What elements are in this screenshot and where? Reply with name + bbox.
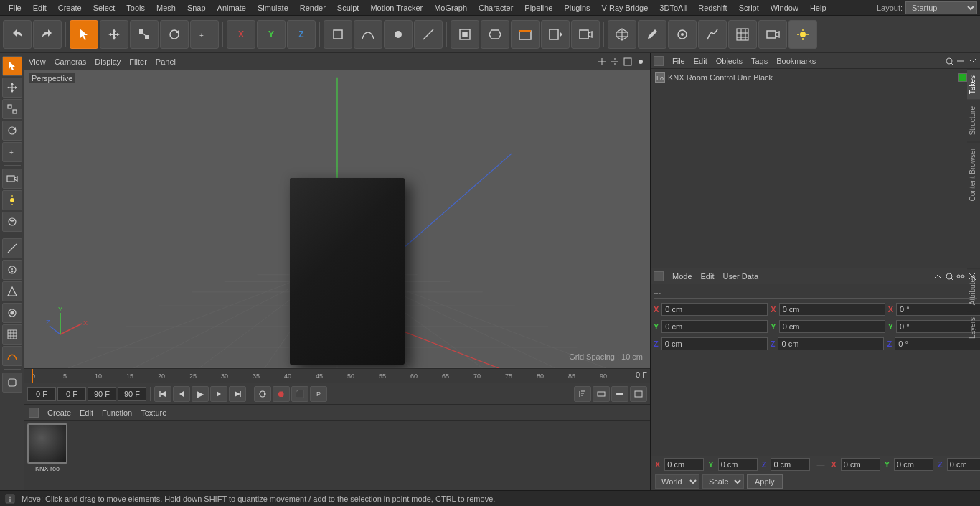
mat-menu-texture[interactable]: Texture <box>141 408 166 417</box>
menu-sculpt[interactable]: Sculpt <box>331 2 365 14</box>
render-region-button[interactable] <box>451 20 479 49</box>
attr-input-x2[interactable] <box>779 303 885 316</box>
vp-menu-view[interactable]: View <box>29 57 46 66</box>
sidebar-render[interactable] <box>2 303 22 323</box>
select-move-button[interactable] <box>70 20 98 49</box>
viewport[interactable]: View Cameras Display Filter Panel <box>24 53 650 368</box>
attr-menu-mode[interactable]: Mode <box>672 272 692 281</box>
current-frame-input[interactable] <box>57 387 86 401</box>
coord-x2-input[interactable] <box>841 458 880 471</box>
pb-record[interactable]: ⏺ <box>273 386 290 402</box>
pb-stop[interactable]: ⬛ <box>291 386 308 402</box>
grid-button[interactable] <box>728 20 757 49</box>
attr-input-x1[interactable] <box>661 303 768 316</box>
pb-preview[interactable]: P <box>310 386 327 402</box>
light-button[interactable] <box>788 20 817 49</box>
menu-character[interactable]: Character <box>473 2 519 14</box>
end-frame-input-2[interactable] <box>118 387 146 401</box>
point-button[interactable] <box>384 20 413 49</box>
menu-render[interactable]: Render <box>294 2 331 14</box>
menu-simulate[interactable]: Simulate <box>252 2 294 14</box>
mat-menu-create[interactable]: Create <box>47 408 71 417</box>
menu-help[interactable]: Help <box>804 2 832 14</box>
scale-button[interactable] <box>130 20 159 49</box>
attr-menu-edit[interactable]: Edit <box>701 272 715 281</box>
sidebar-material[interactable] <box>2 212 22 232</box>
start-frame-input[interactable] <box>27 387 56 401</box>
vp-menu-panel[interactable]: Panel <box>156 57 176 66</box>
pb-film-mode[interactable] <box>630 386 647 402</box>
redo-button[interactable] <box>33 20 62 49</box>
menu-snap[interactable]: Snap <box>182 2 212 14</box>
edge-button[interactable] <box>414 20 443 49</box>
pb-next-frame[interactable] <box>210 386 227 402</box>
apply-button[interactable]: Apply <box>747 474 783 489</box>
material-item[interactable]: KNX roo <box>27 423 67 472</box>
pb-timeline-mode[interactable] <box>593 386 610 402</box>
timeline-playhead[interactable] <box>32 369 33 383</box>
pen-button[interactable] <box>638 20 666 49</box>
attr-input-y1[interactable] <box>661 320 768 333</box>
om-menu-file[interactable]: File <box>672 57 685 65</box>
vtab-takes[interactable]: Takes <box>967 69 980 100</box>
undo-button[interactable] <box>3 20 32 49</box>
sidebar-extra1[interactable] <box>2 373 22 393</box>
menu-vray[interactable]: V-Ray Bridge <box>596 2 654 14</box>
timeline[interactable]: 0 5 10 15 20 25 30 35 40 45 50 55 60 65 … <box>24 368 650 383</box>
pb-motion-mode[interactable] <box>611 386 628 402</box>
vp-menu-cameras[interactable]: Cameras <box>55 57 87 66</box>
menu-create[interactable]: Create <box>52 2 88 14</box>
coord-y-input[interactable] <box>718 458 758 471</box>
end-frame-input-1[interactable] <box>88 387 116 401</box>
attr-input-z1[interactable] <box>661 337 768 350</box>
menu-tools[interactable]: Tools <box>121 2 151 14</box>
menu-script[interactable]: Script <box>733 2 765 14</box>
object-manager-item[interactable]: Lo KNX Room Control Unit Black <box>652 70 979 85</box>
sidebar-move[interactable] <box>2 78 22 98</box>
menu-motion-tracker[interactable]: Motion Tracker <box>364 2 428 14</box>
render-full-button[interactable] <box>511 20 540 49</box>
sidebar-camera[interactable] <box>2 169 22 189</box>
sidebar-scale[interactable] <box>2 99 22 119</box>
sidebar-transform[interactable]: + <box>2 142 22 162</box>
pb-loop[interactable] <box>254 386 271 402</box>
layout-select[interactable]: Startup Standard <box>905 1 977 14</box>
mat-menu-function[interactable]: Function <box>102 408 132 417</box>
transform-button[interactable]: + <box>190 20 219 49</box>
sidebar-line[interactable] <box>2 238 22 258</box>
axis-x-button[interactable]: X <box>227 20 255 49</box>
sidebar-light[interactable] <box>2 190 22 210</box>
om-menu-bookmarks[interactable]: Bookmarks <box>776 57 816 65</box>
mat-menu-edit[interactable]: Edit <box>80 408 93 417</box>
sidebar-edit[interactable] <box>2 260 22 280</box>
sidebar-grid[interactable] <box>2 324 22 345</box>
vtab-attributes[interactable]: Attributes <box>967 268 980 311</box>
menu-plugins[interactable]: Plugins <box>558 2 595 14</box>
brush-button[interactable] <box>668 20 697 49</box>
axis-y-button[interactable]: Y <box>257 20 286 49</box>
menu-window[interactable]: Window <box>765 2 804 14</box>
render-anim-button[interactable] <box>541 20 570 49</box>
menu-pipeline[interactable]: Pipeline <box>519 2 558 14</box>
scale-dropdown[interactable]: Scale Size <box>702 474 744 489</box>
vp-menu-filter[interactable]: Filter <box>129 57 146 66</box>
rotate-button[interactable] <box>160 20 189 49</box>
coord-x-input[interactable] <box>664 458 704 471</box>
menu-mograph[interactable]: MoGraph <box>428 2 473 14</box>
render-video-button[interactable] <box>571 20 600 49</box>
sidebar-snap[interactable] <box>2 281 22 301</box>
attr-input-z2[interactable] <box>778 337 884 350</box>
menu-file[interactable]: File <box>3 2 27 14</box>
axis-z-button[interactable]: Z <box>287 20 316 49</box>
coord-z-input[interactable] <box>771 458 810 471</box>
sculpt-btn[interactable] <box>698 20 727 49</box>
sidebar-rotate[interactable] <box>2 121 22 141</box>
vtab-layers[interactable]: Layers <box>967 311 980 345</box>
world-dropdown[interactable]: World Object <box>655 474 699 489</box>
spline-button[interactable] <box>354 20 382 49</box>
pb-goto-end[interactable] <box>229 386 246 402</box>
menu-redshift[interactable]: Redshift <box>692 2 732 14</box>
om-menu-objects[interactable]: Objects <box>716 57 743 65</box>
menu-mesh[interactable]: Mesh <box>151 2 182 14</box>
menu-animate[interactable]: Animate <box>212 2 252 14</box>
